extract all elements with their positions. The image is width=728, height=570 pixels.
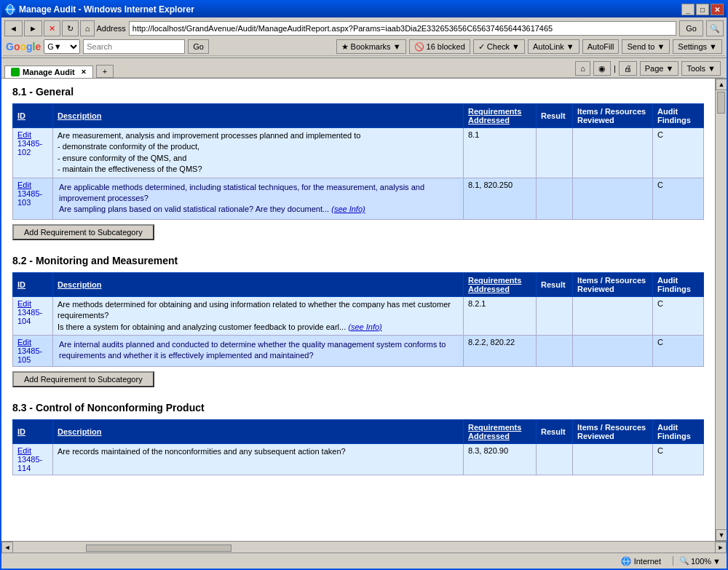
- content-area: 8.1 - General ID Description Requirement…: [1, 79, 727, 541]
- close-button[interactable]: ✕: [711, 4, 724, 15]
- send-button[interactable]: Send to ▼: [622, 39, 670, 54]
- blocked-button[interactable]: 🚫 16 blocked: [409, 39, 470, 54]
- section-8-1-table: ID Description Requirements Addressed Re…: [12, 103, 704, 220]
- row-items-2: [573, 178, 653, 219]
- rss-button[interactable]: ◉: [593, 61, 611, 76]
- col-items-header: Items / Resources Reviewed: [573, 104, 653, 128]
- google-search-input[interactable]: [83, 39, 185, 54]
- id-sort-link-2[interactable]: ID: [17, 280, 25, 289]
- tab-close-button[interactable]: ✕: [81, 68, 87, 76]
- address-bar: Address Go 🔍: [96, 20, 724, 36]
- table-header-row-3: ID Description Requirements Addressed Re…: [13, 419, 704, 443]
- req-sort-link-3[interactable]: Requirements Addressed: [468, 423, 521, 440]
- manage-audit-tab[interactable]: Manage Audit ✕: [4, 66, 93, 78]
- edit-link-4[interactable]: Edit: [17, 338, 31, 347]
- zoom-control: 🔍 100% ▼: [673, 556, 721, 566]
- edit-link-3[interactable]: Edit: [17, 299, 31, 308]
- desc-sort-link-3[interactable]: Description: [58, 427, 102, 436]
- stop-button[interactable]: ✕: [44, 20, 60, 36]
- col-items-header-3: Items / Resources Reviewed: [573, 419, 653, 443]
- desc-sort-link-2[interactable]: Description: [58, 280, 102, 289]
- toolbar-area: ◄ ► ✕ ↻ ⌂ Address Go 🔍 Google G▼ Go ★ Bo: [1, 17, 727, 58]
- see-info-link-2[interactable]: (see Info): [331, 205, 365, 213]
- row-id-3: 13485-104: [17, 308, 42, 325]
- table-row: Edit 13485-102 Are measurement, analysis…: [13, 128, 704, 178]
- scroll-left-button[interactable]: ◄: [1, 542, 13, 553]
- tools-button[interactable]: Tools ▼: [681, 61, 721, 76]
- print-button[interactable]: 🖨: [619, 61, 637, 76]
- scroll-down-button[interactable]: ▼: [716, 529, 727, 541]
- tab-favicon: [11, 68, 20, 76]
- col-id-header-3: ID: [13, 419, 53, 443]
- desc-text-3: Are methods determined for obtaining and…: [58, 300, 451, 331]
- h-scroll-track[interactable]: [13, 543, 715, 552]
- scroll-thumb[interactable]: [717, 92, 725, 114]
- forward-button[interactable]: ►: [24, 20, 42, 36]
- google-search-select[interactable]: G▼: [44, 39, 80, 54]
- page-button[interactable]: Page ▼: [640, 61, 679, 76]
- back-button[interactable]: ◄: [4, 20, 23, 36]
- row-req-5: 8.3, 820.90: [464, 443, 537, 475]
- internet-globe-icon: [621, 556, 631, 566]
- go-button[interactable]: Go: [679, 20, 703, 36]
- main-scroll[interactable]: 8.1 - General ID Description Requirement…: [1, 79, 715, 541]
- row-edit-id-4: Edit 13485-105: [13, 335, 53, 366]
- bookmarks-button[interactable]: ★ Bookmarks ▼: [336, 39, 406, 54]
- id-sort-link-3[interactable]: ID: [17, 427, 25, 436]
- new-tab-button[interactable]: +: [96, 65, 114, 78]
- google-go-button[interactable]: Go: [188, 39, 209, 54]
- status-bar: Internet 🔍 100% ▼: [1, 553, 727, 569]
- edit-link-5[interactable]: Edit: [17, 446, 31, 455]
- col-result-header: Result: [537, 104, 573, 128]
- search-button[interactable]: 🔍: [706, 20, 724, 36]
- col-desc-header: Description: [53, 104, 464, 128]
- add-req-btn-8-1[interactable]: Add Requirement to Subcategory: [12, 224, 154, 240]
- row-result-4: [537, 335, 573, 366]
- autofill-button[interactable]: AutoFill: [582, 39, 620, 54]
- internet-label: Internet: [634, 557, 661, 566]
- row-audit-4: C: [653, 335, 704, 366]
- col-req-header-3: Requirements Addressed: [464, 419, 537, 443]
- home-button[interactable]: ⌂: [80, 20, 95, 36]
- autolink-button[interactable]: AutoLink ▼: [528, 39, 579, 54]
- window-title: Manage Audit - Windows Internet Explorer: [19, 4, 681, 15]
- edit-link-1[interactable]: Edit: [17, 130, 31, 139]
- scroll-up-button[interactable]: ▲: [716, 79, 727, 90]
- desc-text-2: Are applicable methods determined, inclu…: [58, 181, 459, 217]
- tab-label: Manage Audit: [23, 68, 75, 76]
- page-tools-bar: ⌂ ◉ | 🖨 Page ▼ Tools ▼: [114, 60, 724, 78]
- req-sort-link[interactable]: Requirements Addressed: [468, 107, 521, 124]
- scroll-right-button[interactable]: ►: [715, 542, 727, 553]
- edit-link-2[interactable]: Edit: [17, 181, 31, 189]
- row-result-2: [537, 178, 573, 219]
- check-button[interactable]: ✓ Check ▼: [473, 39, 525, 54]
- internet-zone: Internet: [621, 556, 661, 566]
- col-desc-header-2: Description: [53, 272, 464, 296]
- section-8-3-title: 8.3 - Control of Nonconforming Product: [12, 402, 704, 413]
- row-desc-3: Are methods determined for obtaining and…: [53, 296, 464, 335]
- col-audit-header-2: Audit Findings: [653, 272, 704, 296]
- section-8-2: 8.2 - Monitoring and Measurement ID Desc…: [12, 255, 704, 387]
- google-bar-right: ★ Bookmarks ▼ 🚫 16 blocked ✓ Check ▼ Aut…: [336, 39, 723, 54]
- refresh-button[interactable]: ↻: [62, 20, 79, 36]
- row-id-5: 13485-114: [17, 455, 42, 472]
- home-nav-button[interactable]: ⌂: [575, 61, 590, 76]
- settings-button[interactable]: Settings ▼: [673, 39, 722, 54]
- window-controls: _ □ ✕: [681, 4, 724, 15]
- section-8-1-title: 8.1 - General: [12, 86, 704, 98]
- desc-sort-link[interactable]: Description: [58, 111, 102, 120]
- scroll-track[interactable]: [716, 90, 727, 529]
- row-req-1: 8.1: [464, 128, 537, 178]
- row-audit-2: C: [653, 178, 704, 219]
- h-scroll-thumb[interactable]: [86, 545, 232, 552]
- req-sort-link-2[interactable]: Requirements Addressed: [468, 276, 521, 293]
- add-req-btn-8-2[interactable]: Add Requirement to Subcategory: [12, 371, 154, 387]
- minimize-button[interactable]: _: [681, 4, 695, 15]
- id-sort-link[interactable]: ID: [17, 111, 25, 120]
- row-audit-1: C: [653, 128, 704, 178]
- see-info-link-3[interactable]: (see Info): [348, 322, 381, 331]
- address-input[interactable]: [129, 21, 677, 36]
- google-toolbar: Google G▼ Go ★ Bookmarks ▼ 🚫 16 blocked …: [3, 38, 725, 56]
- col-audit-header-3: Audit Findings: [653, 419, 704, 443]
- maximize-button[interactable]: □: [696, 4, 709, 15]
